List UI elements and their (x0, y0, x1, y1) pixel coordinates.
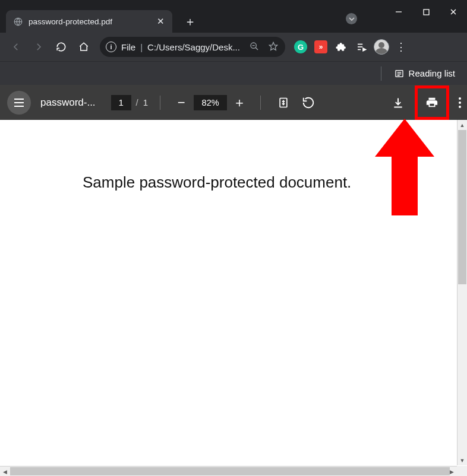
pdf-viewer-toolbar: password-... / 1 − 82% ＋ (0, 85, 467, 120)
horizontal-scroll-thumb[interactable] (10, 467, 450, 475)
globe-icon (13, 17, 23, 26)
address-bar[interactable]: i File | C:/Users/Saggy/Desk... (100, 37, 285, 57)
pdf-page: Sample password-protected document. (26, 138, 441, 465)
profile-avatar[interactable] (373, 39, 390, 55)
url-separator: | (140, 42, 143, 52)
svg-marker-12 (363, 48, 366, 51)
bookmark-star-icon[interactable] (269, 42, 278, 53)
scroll-up-button[interactable]: ▲ (457, 120, 467, 130)
svg-rect-2 (424, 9, 429, 15)
reload-button[interactable] (51, 37, 71, 57)
tab-title: password-protected.pdf (29, 17, 154, 26)
reading-list-icon (395, 69, 404, 78)
vertical-scroll-thumb[interactable] (458, 130, 466, 284)
print-button-highlight (415, 85, 449, 120)
browser-toolbar: i File | C:/Users/Saggy/Desk... G » ⋮ (0, 33, 467, 61)
fit-page-button[interactable] (273, 92, 294, 113)
svg-line-6 (255, 47, 258, 50)
scrollbar-corner (457, 466, 467, 476)
window-controls (385, 0, 467, 24)
home-button[interactable] (74, 37, 94, 57)
download-button[interactable] (387, 92, 409, 113)
pdf-more-button[interactable] (459, 97, 461, 108)
pdf-menu-button[interactable] (7, 91, 31, 115)
zoom-level-display[interactable]: 82% (194, 95, 227, 110)
page-navigation: / 1 (111, 95, 149, 110)
pocket-extension-icon[interactable]: » (313, 39, 329, 55)
total-pages: 1 (143, 97, 148, 107)
zoom-indicator-icon[interactable] (250, 42, 259, 53)
toolbar-separator (260, 96, 261, 110)
reading-list-label: Reading list (409, 68, 455, 78)
page-separator: / (136, 97, 138, 107)
scroll-down-button[interactable]: ▼ (457, 455, 467, 465)
pdf-toolbar-right (387, 85, 461, 120)
maximize-button[interactable] (412, 0, 440, 24)
url-path: C:/Users/Saggy/Desk... (147, 42, 240, 52)
close-window-button[interactable] (440, 0, 467, 24)
forward-button[interactable] (29, 37, 49, 57)
current-page-input[interactable] (111, 95, 131, 110)
pdf-document-area[interactable]: Sample password-protected document. (0, 120, 467, 465)
browser-titlebar: password-protected.pdf ✕ ＋ (0, 0, 467, 33)
svg-marker-8 (269, 42, 277, 50)
bookmark-bar: Reading list (0, 61, 467, 85)
site-info-icon[interactable]: i (106, 42, 116, 52)
vertical-scrollbar[interactable]: ▲ ▼ (457, 120, 467, 465)
new-tab-button[interactable]: ＋ (181, 12, 199, 30)
scroll-right-button[interactable]: ▶ (447, 467, 457, 476)
toolbar-separator (160, 96, 160, 110)
back-button[interactable] (6, 37, 26, 57)
tab-search-button[interactable] (346, 13, 357, 24)
minimize-button[interactable] (385, 0, 412, 24)
zoom-out-button[interactable]: − (172, 94, 190, 112)
zoom-in-button[interactable]: ＋ (231, 94, 248, 112)
close-tab-button[interactable]: ✕ (154, 16, 166, 27)
url-scheme-label: File (121, 42, 135, 52)
media-control-icon[interactable] (353, 39, 370, 55)
grammarly-extension-icon[interactable]: G (292, 39, 309, 55)
horizontal-scrollbar[interactable]: ◀ ▶ (0, 466, 457, 476)
browser-tab[interactable]: password-protected.pdf ✕ (6, 10, 172, 33)
scroll-left-button[interactable]: ◀ (0, 467, 10, 476)
browser-menu-button[interactable]: ⋮ (393, 40, 409, 53)
bookmark-divider (381, 66, 381, 81)
document-body-text: Sample password-protected document. (26, 173, 441, 192)
rotate-button[interactable] (298, 92, 319, 113)
pdf-filename: password-... (40, 97, 96, 109)
reading-list-button[interactable]: Reading list (391, 66, 459, 81)
print-button[interactable] (420, 91, 444, 115)
extensions-area: G » ⋮ (292, 39, 409, 55)
extensions-puzzle-icon[interactable] (333, 39, 349, 55)
